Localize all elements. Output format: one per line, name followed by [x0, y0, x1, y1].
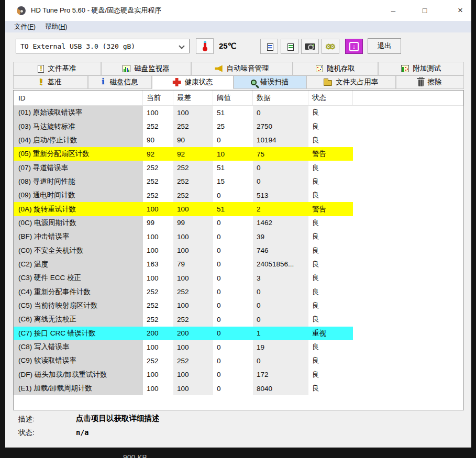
screenshot-button[interactable] [301, 39, 319, 54]
table-row[interactable]: (C3) 硬件 ECC 校正 100 100 0 3 良 [14, 271, 463, 285]
cell-data: 1462 [253, 216, 308, 230]
tab-info[interactable]: 磁盘信息 [88, 75, 152, 89]
header-2: 最差 [173, 91, 213, 105]
table-header-row: ID当前最差阈值数据状态 [14, 91, 463, 106]
cell-id: (09) 通电时间计数 [14, 188, 143, 202]
table-row[interactable]: (0A) 旋转重试计数 100 100 51 2 警告 [14, 202, 463, 216]
cell-threshold: 51 [213, 106, 253, 119]
cell-data: 39 [253, 230, 308, 243]
minimize-button[interactable]: – [381, 0, 405, 21]
table-row[interactable]: (C8) 写入错误率 100 100 0 19 良 [14, 340, 463, 354]
table-row[interactable]: (E1) 加载/卸载周期计数 100 100 0 8040 良 [14, 382, 463, 395]
cell-worst: 100 [173, 382, 213, 395]
tab-magnifier[interactable]: 错误扫描 [234, 75, 306, 89]
cell-threshold: 0 [213, 340, 253, 354]
settings-button[interactable]: ⚙⚙ [322, 39, 339, 54]
cell-data: 0 [253, 354, 308, 367]
table-row[interactable]: (C6) 离线无法校正 252 252 0 0 良 [14, 312, 463, 326]
cell-data: 1 [253, 327, 308, 340]
menu-item[interactable]: 文件(F) [9, 21, 40, 32]
table-row[interactable]: (0C) 电源周期计数 99 99 0 1462 良 [14, 216, 463, 230]
cell-filler [353, 368, 463, 382]
cell-threshold: 0 [213, 312, 253, 326]
cell-id: (C8) 写入错误率 [14, 340, 143, 354]
cell-id: (C2) 温度 [14, 258, 143, 271]
cell-worst: 252 [173, 285, 213, 298]
copy-image-button[interactable] [281, 39, 298, 54]
cell-current: 92 [143, 147, 173, 161]
table-row[interactable]: (C5) 当前待映射扇区计数 252 100 0 0 良 [14, 299, 463, 312]
tab-exclamation[interactable]: 基准 [13, 75, 88, 89]
tab-folder[interactable]: 文件夹占用率 [306, 75, 396, 89]
cell-filler [353, 230, 463, 243]
menu-item[interactable]: 帮助(H) [40, 21, 72, 32]
table-row[interactable]: (BF) 冲击错误率 100 100 0 39 良 [14, 230, 463, 243]
background-partial-text: 900 KB [123, 453, 147, 458]
table-row[interactable]: (09) 通电时间计数 252 252 0 513 良 [14, 188, 463, 202]
close-button[interactable]: × [448, 0, 472, 21]
table-row[interactable]: (07) 寻道错误率 252 252 51 0 良 [14, 161, 463, 174]
temperature-button[interactable] [196, 38, 214, 54]
cell-filler [353, 312, 463, 326]
cell-status: 良 [308, 188, 353, 202]
cell-data: 746 [253, 243, 308, 257]
cell-worst: 252 [173, 119, 213, 133]
cell-threshold: 10 [213, 147, 253, 161]
cell-id: (05) 重新分配扇区计数 [14, 147, 143, 161]
cell-id: (C6) 离线无法校正 [14, 312, 143, 326]
cell-status: 良 [308, 133, 353, 147]
disk-monitor-icon [123, 65, 130, 72]
cell-id: (C5) 当前待映射扇区计数 [14, 299, 143, 312]
table-row[interactable]: (C9) 软读取错误率 252 252 0 0 良 [14, 354, 463, 367]
table-row[interactable]: (C2) 温度 163 79 0 24051856... 良 [14, 258, 463, 271]
cell-id: (0C) 电源周期计数 [14, 216, 143, 230]
tab-trash[interactable]: 擦除 [396, 75, 464, 89]
doc-benchmark-icon [38, 65, 44, 73]
cell-status: 良 [308, 368, 353, 382]
toolbar: TO External USB 3.0 (320 gB) 25℃ ⚙⚙ [5, 32, 471, 62]
tab-disk-monitor[interactable]: 磁盘监视器 [101, 62, 191, 75]
cell-data: 0 [253, 161, 308, 174]
status-value: n/a [76, 428, 88, 437]
cell-filler [353, 285, 463, 298]
tab-random-access[interactable]: 随机存取 [293, 62, 379, 75]
cell-id: (C0) 不安全关机计数 [14, 243, 143, 257]
cell-threshold: 0 [213, 285, 253, 298]
download-arrow-icon: ↓ [349, 42, 359, 51]
cell-data: 2750 [253, 119, 308, 133]
table-row[interactable]: (05) 重新分配扇区计数 92 92 10 75 警告 [14, 147, 463, 161]
cell-data: 19 [253, 340, 308, 354]
tab-doc-benchmark[interactable]: 文件基准 [13, 62, 101, 75]
smart-table-body: (01) 原始读取错误率 100 100 51 0 良 (03) 马达旋转标准 … [14, 106, 463, 395]
cell-current: 100 [143, 340, 173, 354]
exit-button[interactable]: 退出 [368, 38, 401, 54]
cell-data: 0 [253, 312, 308, 326]
cell-status: 重视 [308, 327, 353, 340]
copy-text-button[interactable] [260, 39, 278, 54]
tab-row-top: 文件基准 磁盘监视器 自动噪音管理 随机存取 附加测试 [13, 62, 464, 75]
tab-health-cross[interactable]: 健康状态 [152, 75, 234, 89]
tab-extra-tests[interactable]: 附加测试 [378, 62, 464, 75]
table-row[interactable]: (01) 原始读取错误率 100 100 51 0 良 [14, 106, 463, 119]
cell-id: (03) 马达旋转标准 [14, 119, 143, 133]
cell-id: (C9) 软读取错误率 [14, 354, 143, 367]
cell-current: 100 [143, 106, 173, 119]
table-row[interactable]: (04) 启动/停止计数 90 90 0 10194 良 [14, 133, 463, 147]
cell-filler [353, 188, 463, 202]
drive-select[interactable]: TO External USB 3.0 (320 gB) [16, 39, 190, 53]
detail-footer: 描述: 点击项目以获取详细描述 状态: n/a [5, 412, 471, 440]
cell-status: 良 [308, 175, 353, 188]
table-row[interactable]: (C7) 接口 CRC 错误计数 200 200 0 1 重视 [14, 327, 463, 340]
table-row[interactable]: (08) 寻道时间性能 252 252 15 0 良 [14, 175, 463, 188]
tab-row-bottom: 基准 磁盘信息 健康状态 错误扫描 文件夹占用率 擦除 [13, 75, 464, 89]
maximize-button[interactable]: □ [413, 0, 437, 21]
table-row[interactable]: (C4) 重新分配事件计数 252 252 0 0 良 [14, 285, 463, 298]
cell-data: 0 [253, 106, 308, 119]
save-results-button[interactable]: ↓ [345, 39, 363, 54]
table-row[interactable]: (03) 马达旋转标准 252 252 25 2750 良 [14, 119, 463, 133]
header-filler [353, 91, 463, 105]
table-row[interactable]: (DF) 磁头加载/卸载重试计数 100 100 0 172 良 [14, 368, 463, 382]
cell-threshold: 0 [213, 327, 253, 340]
table-row[interactable]: (C0) 不安全关机计数 100 100 0 746 良 [14, 243, 463, 257]
tab-speaker[interactable]: 自动噪音管理 [191, 62, 293, 75]
